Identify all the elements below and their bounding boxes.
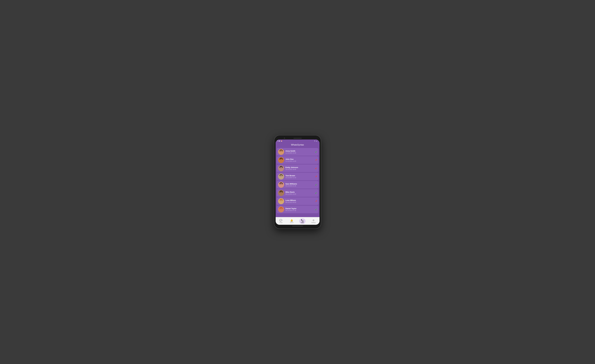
svg-point-27 [281,175,282,176]
call-arrow-icon: ↙ [315,183,317,186]
avatar [278,182,284,188]
svg-point-45 [280,200,282,202]
status-time: 7:49 ⏰ [277,140,282,142]
avatar [278,206,284,212]
notch-area [276,137,319,140]
svg-point-17 [280,167,282,168]
svg-point-19 [280,167,281,168]
contact-datetime: 08.10.2023 08:00 [285,202,314,203]
avatar [278,165,284,171]
svg-point-54 [280,209,281,209]
contact-info: Lena Wilson 08.10.2023 08:00 [285,199,314,203]
contact-datetime: 11.10.2023 14:20 [285,161,314,162]
svg-point-41 [281,192,282,192]
svg-point-31 [280,183,282,185]
settings-nav-label: Settings [311,222,316,223]
avatar [278,157,284,163]
contact-datetime: 10.10.2023 18:45 [285,169,314,170]
home-bar-line [292,226,303,226]
svg-point-48 [281,200,282,201]
svg-point-6 [281,151,282,151]
nav-bar: 💬 Chats 🔔 Status 📞 Calls ⚙ Settings [276,217,319,225]
camera [284,138,285,139]
call-arrow-icon: ↗ [315,175,317,178]
svg-point-55 [281,209,282,209]
svg-point-10 [280,158,282,160]
svg-point-40 [280,192,281,192]
status-bar: 7:49 ⏰ ▼ ▲ ▪ [276,140,319,142]
chats-nav-label: Chats [279,222,283,223]
contact-info: Sara Williams 09.10.2023 21:30 [285,183,314,187]
svg-point-24 [280,175,282,177]
svg-point-20 [281,167,282,168]
svg-point-47 [280,200,281,201]
contact-name: Sara Williams [285,183,314,185]
calls-nav-icon: 📞 [301,219,304,222]
call-item[interactable]: Anna Smith 11.10.2023 15:30 ↙ [277,148,319,156]
call-item[interactable]: Mike Davis 09.10.2023 19:20 ↙ [277,189,319,197]
call-arrow-icon: ↗ [315,200,317,203]
chats-nav-icon: 💬 [279,219,282,222]
app-title: WhatsSyntax [278,144,317,146]
contact-datetime: 08.10.2023 07:30 [285,210,314,211]
home-bar [276,225,319,227]
speaker [293,138,302,139]
svg-point-3 [280,150,282,152]
call-arrow-icon: ↗ [315,159,317,161]
status-nav-icon: 🔔 [290,219,293,222]
wifi-icon: ▼ [314,140,315,142]
nav-item-chats[interactable]: 💬 Chats [278,218,284,224]
app-header: WhatsSyntax [276,142,319,147]
time-display: 7:49 [277,140,280,142]
contact-datetime: 11.10.2023 15:30 [285,152,314,154]
svg-point-34 [281,184,282,184]
contact-datetime: 09.10.2023 19:20 [285,193,314,195]
nav-item-settings[interactable]: ⚙ Settings [310,218,318,224]
contact-info: John Doe 11.10.2023 14:20 [285,158,314,162]
call-item[interactable]: Lena Wilson 08.10.2023 08:00 ↗ [277,197,319,205]
phone-screen: 7:49 ⏰ ▼ ▲ ▪ WhatsSyntax [276,140,319,225]
call-item[interactable]: Daniel Taylor 08.10.2023 07:30 ↙ [277,206,319,213]
call-arrow-icon: ↙ [315,167,317,169]
settings-nav-icon: ⚙ [312,219,314,222]
call-arrow-icon: ↙ [315,151,317,153]
contact-info: Mike Davis 09.10.2023 19:20 [285,191,314,195]
call-arrow-icon: ↙ [315,208,317,211]
signal-icon: ▲ [316,140,317,142]
contact-name: Lena Wilson [285,199,314,201]
contact-name: Emily Johnson [285,166,314,168]
alarm-icon: ⏰ [281,140,282,142]
contact-info: Tom Brown 10.10.2023 12:10 [285,175,314,178]
call-item[interactable]: Sara Williams 09.10.2023 21:30 ↙ [277,181,319,189]
calls-nav-label: Calls [301,222,304,223]
svg-point-12 [280,159,281,159]
status-icons: ▼ ▲ ▪ [314,140,318,142]
contact-name: John Doe [285,158,314,160]
svg-point-52 [280,208,282,210]
contact-name: Tom Brown [285,175,314,177]
battery-icon: ▪ [317,140,318,142]
svg-point-5 [280,151,281,151]
call-arrow-icon: ↙ [315,192,317,194]
phone-frame: 7:49 ⏰ ▼ ▲ ▪ WhatsSyntax [274,135,321,229]
call-list: Anna Smith 11.10.2023 15:30 ↙ John Doe 1… [276,147,319,217]
contact-info: Daniel Taylor 08.10.2023 07:30 [285,208,314,211]
avatar [278,174,284,180]
contact-info: Anna Smith 11.10.2023 15:30 [285,150,314,154]
call-item[interactable]: John Doe 11.10.2023 14:20 ↗ [277,156,319,164]
avatar [278,149,284,155]
svg-point-38 [280,191,282,193]
avatar [278,198,284,204]
nav-item-status[interactable]: 🔔 Status [288,218,295,224]
avatar [278,190,284,196]
svg-point-13 [281,159,282,159]
contact-datetime: 09.10.2023 21:30 [285,185,314,187]
contact-datetime: 10.10.2023 12:10 [285,177,314,178]
contact-name: Anna Smith [285,150,314,152]
svg-point-26 [280,175,281,176]
contact-info: Emily Johnson 10.10.2023 18:45 [285,166,314,170]
nav-item-calls[interactable]: 📞 Calls [299,218,305,224]
call-item[interactable]: Tom Brown 10.10.2023 12:10 ↗ [277,173,319,180]
call-item[interactable]: Emily Johnson 10.10.2023 18:45 ↙ [277,164,319,172]
svg-point-33 [280,184,281,184]
